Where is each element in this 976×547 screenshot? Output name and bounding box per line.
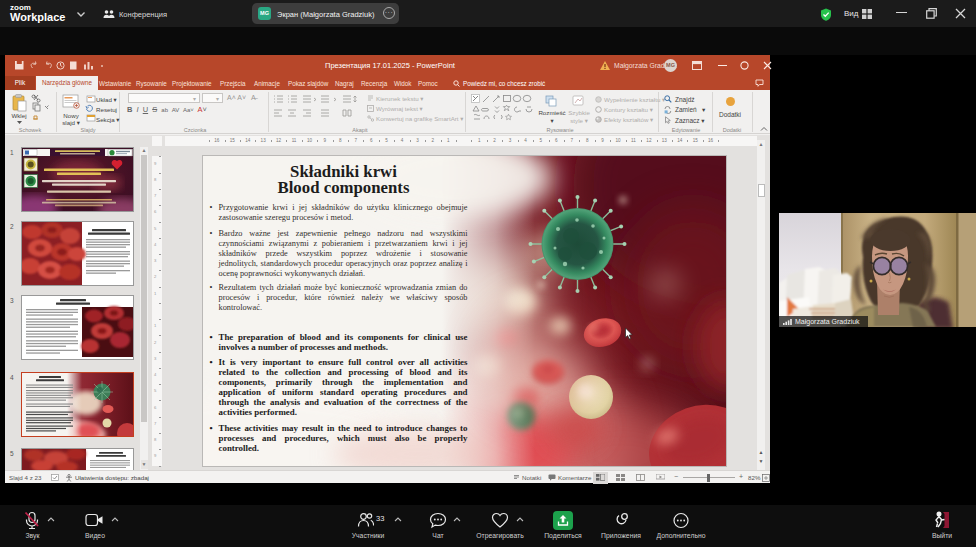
svg-text:Małgorzata Gradziuk: Małgorzata Gradziuk [795, 318, 860, 326]
